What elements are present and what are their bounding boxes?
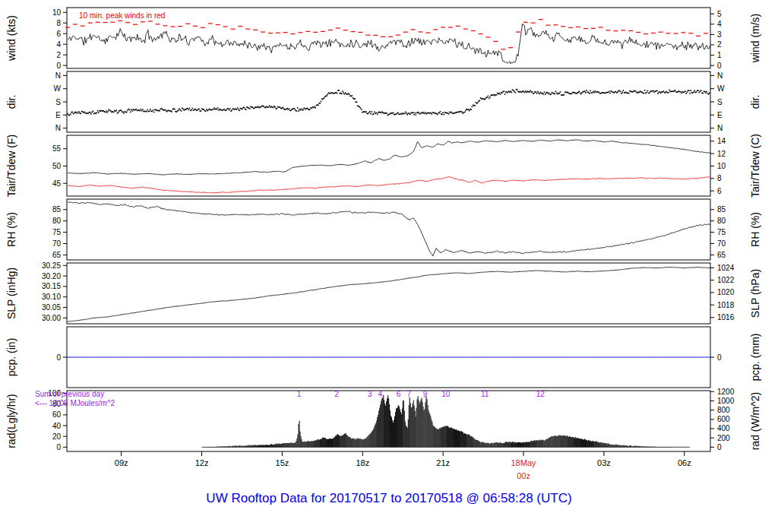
data-dot	[448, 113, 450, 115]
data-dot	[663, 90, 665, 92]
data-dot	[537, 91, 539, 93]
data-dot	[577, 92, 579, 93]
data-dot	[504, 91, 505, 93]
data-dot	[593, 92, 595, 93]
data-dot	[432, 113, 433, 115]
y-tick-label-right: 5	[717, 10, 722, 18]
data-dot	[87, 112, 89, 114]
data-dot	[322, 99, 324, 100]
data-dot	[690, 90, 691, 91]
y-tick-label-right: 1022	[717, 276, 735, 284]
data-dot	[673, 91, 675, 93]
data-dot	[191, 109, 192, 111]
y-tick-label-left: N	[55, 124, 61, 132]
y-tick-label-right: 14	[717, 137, 726, 145]
data-dot	[93, 110, 94, 112]
data-dot	[584, 90, 586, 92]
panel-radiation: rad(Lgly/hr) rad (W/m^2) 020406080100020…	[5, 388, 761, 451]
data-dot	[465, 110, 466, 112]
data-dot	[511, 92, 513, 93]
data-dot	[488, 96, 489, 97]
data-dot	[438, 112, 440, 114]
axis-label-dir-right: dir.	[749, 95, 761, 109]
y-tick-label-right: 10	[717, 162, 726, 170]
data-dot	[342, 90, 343, 92]
y-tick-label-right: 12	[717, 150, 726, 158]
data-dot	[623, 90, 625, 91]
data-dot	[555, 91, 557, 93]
data-dot	[122, 112, 124, 113]
data-dot	[547, 92, 549, 93]
data-dot	[470, 109, 472, 110]
data-dot	[91, 112, 93, 113]
data-dot	[515, 92, 517, 93]
data-dot	[500, 93, 501, 95]
panel-note: Sum of previous day	[35, 390, 104, 398]
series-relative-humidity	[68, 201, 710, 256]
data-dot	[341, 93, 343, 95]
data-dot	[372, 111, 373, 112]
data-dot	[71, 112, 73, 113]
data-dot	[564, 94, 565, 96]
data-dot	[110, 110, 112, 112]
data-dot	[406, 114, 408, 116]
data-dot	[338, 90, 340, 91]
data-dot	[554, 93, 555, 95]
axis-label-temp-f: Tair/Tdew (F)	[5, 135, 17, 197]
y-tick-label-right: 1024	[717, 264, 735, 272]
data-dot	[231, 109, 232, 111]
y-tick-label-right: 8	[717, 174, 722, 182]
data-dot	[352, 95, 353, 97]
data-dot	[461, 112, 463, 113]
x-tick-label: 21z	[436, 458, 450, 467]
data-dot	[283, 108, 284, 109]
data-dot	[245, 109, 247, 110]
data-dot	[244, 107, 245, 109]
data-dot	[73, 113, 74, 115]
data-dot	[508, 92, 509, 93]
rad-hour-marker: 4	[378, 390, 383, 398]
y-tick-label-left: 0	[56, 62, 61, 70]
data-dot	[609, 93, 611, 94]
data-dot	[327, 94, 328, 96]
data-dot	[694, 90, 695, 92]
data-dot	[77, 112, 79, 114]
data-dot	[594, 90, 596, 92]
data-dot	[697, 90, 699, 91]
data-dot	[81, 113, 82, 115]
y-tick-label-right: 0	[717, 353, 722, 362]
data-dot	[621, 92, 623, 93]
y-tick-label-right: 1020	[717, 288, 735, 296]
y-tick-label-left: E	[55, 111, 61, 119]
data-dot	[477, 102, 479, 103]
series-wind-speed	[68, 24, 710, 64]
data-dot	[106, 112, 108, 113]
data-dot	[701, 90, 702, 92]
panel-relative-humidity: RH (%) RH (%) 65707580856570758085	[5, 199, 761, 260]
data-dot	[370, 113, 372, 115]
y-tick-label-right: 65	[717, 251, 726, 259]
y-tick-label-left: 55	[52, 144, 62, 153]
data-dot	[693, 91, 694, 93]
data-dot	[540, 92, 542, 93]
data-dot	[437, 114, 438, 116]
data-dot	[708, 93, 710, 95]
panel-wind: wind (kts) wind (m/s) 024681001234510 mi…	[5, 8, 761, 70]
data-dot	[361, 109, 362, 110]
data-dot	[406, 112, 407, 114]
data-dot	[116, 110, 118, 112]
y-tick-label-right: 400	[717, 424, 730, 432]
data-dot	[141, 109, 142, 110]
data-dot	[580, 92, 581, 93]
data-dot	[229, 108, 231, 109]
data-dot	[228, 108, 229, 109]
data-dot	[617, 91, 618, 93]
data-dot	[706, 91, 707, 93]
y-tick-label-left: 0	[56, 443, 61, 451]
data-dot	[121, 109, 122, 111]
panel-border	[67, 71, 710, 132]
data-dot	[201, 110, 202, 112]
axis-label-dir-left: dir.	[5, 95, 17, 109]
panel-border	[67, 199, 710, 260]
data-dot	[254, 108, 255, 109]
